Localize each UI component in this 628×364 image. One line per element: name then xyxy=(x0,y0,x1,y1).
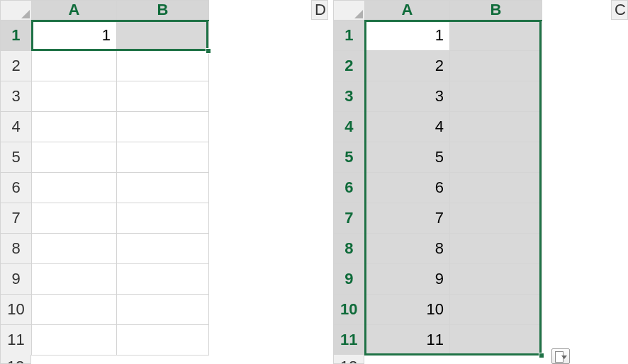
row-header[interactable]: 5 xyxy=(1,142,32,173)
cell[interactable] xyxy=(32,203,117,234)
select-all-corner[interactable] xyxy=(1,1,32,21)
cell[interactable]: 8 xyxy=(365,234,450,264)
cell[interactable]: 2 xyxy=(365,51,450,81)
cell[interactable] xyxy=(117,234,209,264)
cell[interactable] xyxy=(117,173,209,203)
row-header[interactable]: 9 xyxy=(1,264,32,295)
cell[interactable] xyxy=(117,295,209,325)
row-header[interactable]: 8 xyxy=(1,234,32,264)
cell[interactable] xyxy=(450,112,542,142)
spreadsheet-left[interactable]: A B 11 2 3 4 5 6 7 8 9 10 11 xyxy=(0,0,209,356)
row-header[interactable]: 6 xyxy=(1,173,32,203)
cell[interactable] xyxy=(450,51,542,81)
row-header[interactable]: 3 xyxy=(1,81,32,112)
cell[interactable]: 1 xyxy=(365,21,450,51)
row-header[interactable]: 12 xyxy=(333,355,364,364)
cell[interactable] xyxy=(32,112,117,142)
row-header[interactable]: 5 xyxy=(334,142,365,173)
cell[interactable] xyxy=(117,203,209,234)
cell[interactable] xyxy=(117,21,209,51)
col-header-d-partial[interactable]: D xyxy=(311,0,328,20)
row-header[interactable]: 1 xyxy=(334,21,365,51)
cell[interactable] xyxy=(450,325,542,356)
fill-handle-right[interactable] xyxy=(539,353,544,358)
row-header[interactable]: 4 xyxy=(1,112,32,142)
cell[interactable] xyxy=(450,173,542,203)
row-header[interactable]: 9 xyxy=(334,264,365,295)
cell[interactable] xyxy=(32,325,117,356)
row-header[interactable]: 11 xyxy=(1,325,32,356)
cell[interactable]: 1 xyxy=(32,21,117,51)
row-header[interactable]: 3 xyxy=(334,81,365,112)
cell[interactable] xyxy=(117,142,209,173)
row-header[interactable]: 2 xyxy=(1,51,32,81)
cell[interactable]: 3 xyxy=(365,81,450,112)
cell[interactable]: 4 xyxy=(365,112,450,142)
cell[interactable] xyxy=(450,203,542,234)
spreadsheet-right[interactable]: A B 11 22 33 44 55 66 77 88 99 1010 1111 xyxy=(333,0,542,356)
autofill-options-icon[interactable] xyxy=(551,348,570,364)
col-header-b[interactable]: B xyxy=(117,1,209,21)
cell[interactable]: 9 xyxy=(365,264,450,295)
row-header[interactable]: 11 xyxy=(334,325,365,356)
col-header-b[interactable]: B xyxy=(450,1,542,21)
row-header[interactable]: 1 xyxy=(1,21,32,51)
cell[interactable] xyxy=(450,295,542,325)
row-header[interactable]: 10 xyxy=(334,295,365,325)
select-all-corner[interactable] xyxy=(334,1,365,21)
cell[interactable] xyxy=(117,112,209,142)
cell[interactable] xyxy=(32,173,117,203)
cell[interactable] xyxy=(32,264,117,295)
cell[interactable]: 11 xyxy=(365,325,450,356)
cell[interactable]: 7 xyxy=(365,203,450,234)
cell[interactable] xyxy=(32,234,117,264)
row-header[interactable]: 4 xyxy=(334,112,365,142)
cell[interactable] xyxy=(32,142,117,173)
cell[interactable] xyxy=(32,295,117,325)
cell[interactable] xyxy=(117,51,209,81)
row-header[interactable]: 2 xyxy=(334,51,365,81)
cell[interactable]: 10 xyxy=(365,295,450,325)
cell[interactable] xyxy=(32,81,117,112)
cell[interactable]: 6 xyxy=(365,173,450,203)
cell[interactable] xyxy=(450,142,542,173)
row-header[interactable]: 12 xyxy=(0,355,31,364)
cell[interactable] xyxy=(450,21,542,51)
row-header[interactable]: 7 xyxy=(1,203,32,234)
cell[interactable] xyxy=(450,234,542,264)
cell[interactable] xyxy=(117,81,209,112)
col-header-a[interactable]: A xyxy=(365,1,450,21)
row-header[interactable]: 10 xyxy=(1,295,32,325)
row-header[interactable]: 7 xyxy=(334,203,365,234)
col-header-c-partial[interactable]: C xyxy=(611,0,628,20)
row-header[interactable]: 8 xyxy=(334,234,365,264)
cell[interactable] xyxy=(450,264,542,295)
cell[interactable] xyxy=(117,264,209,295)
cell[interactable] xyxy=(450,81,542,112)
cell[interactable] xyxy=(117,325,209,356)
row-header[interactable]: 6 xyxy=(334,173,365,203)
col-header-a[interactable]: A xyxy=(32,1,117,21)
fill-handle-left[interactable] xyxy=(206,48,211,54)
cell[interactable] xyxy=(32,51,117,81)
cell[interactable]: 5 xyxy=(365,142,450,173)
